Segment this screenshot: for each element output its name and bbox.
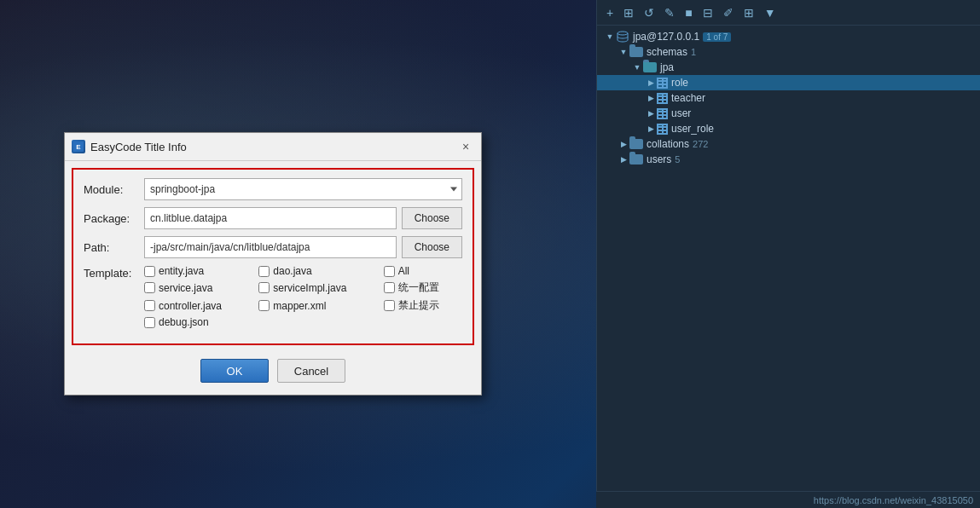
all-label: All	[398, 265, 409, 277]
mapper-label: mapper.xml	[273, 300, 326, 312]
template-row: Template: entity.java dao.java All	[84, 265, 462, 328]
tongyi-label: 统一配置	[398, 280, 439, 295]
dialog-overlay: E EasyCode Title Info × Module: springbo…	[0, 0, 980, 508]
template-grid: entity.java dao.java All service.java	[144, 265, 462, 328]
tongyi-checkbox[interactable]	[384, 282, 395, 293]
module-select[interactable]: springboot-jpa	[144, 178, 462, 200]
serviceimpl-label: serviceImpl.java	[273, 282, 346, 294]
dao-checkbox[interactable]	[258, 266, 270, 277]
mapper-checkbox[interactable]	[258, 300, 270, 311]
service-label: service.java	[159, 282, 212, 294]
entity-checkbox[interactable]	[144, 266, 155, 277]
template-label: Template:	[84, 265, 139, 280]
jingzhi-label: 禁止提示	[398, 298, 439, 313]
dialog-content: Module: springboot-jpa Package: Choose P…	[72, 168, 474, 345]
ok-button[interactable]: OK	[200, 359, 269, 383]
entity-checkbox-item[interactable]: entity.java	[144, 265, 245, 277]
package-row: Package: Choose	[84, 207, 462, 229]
mapper-checkbox-item[interactable]: mapper.xml	[258, 300, 369, 312]
all-checkbox-item[interactable]: All	[384, 265, 462, 277]
dialog-title: EasyCode Title Info	[90, 141, 452, 153]
dao-label: dao.java	[273, 265, 311, 277]
jingzhi-checkbox-item[interactable]: 禁止提示	[384, 298, 462, 313]
controller-label: controller.java	[159, 300, 222, 312]
serviceimpl-checkbox[interactable]	[258, 282, 270, 293]
svg-text:E: E	[76, 143, 81, 151]
service-checkbox-item[interactable]: service.java	[144, 282, 245, 294]
dialog-logo-icon: E	[72, 140, 85, 153]
serviceimpl-checkbox-item[interactable]: serviceImpl.java	[258, 282, 369, 294]
module-label: Module:	[84, 183, 139, 196]
package-choose-button[interactable]: Choose	[402, 207, 462, 229]
controller-checkbox-item[interactable]: controller.java	[144, 300, 245, 312]
debug-checkbox[interactable]	[144, 317, 155, 328]
path-choose-button[interactable]: Choose	[402, 236, 462, 258]
package-label: Package:	[84, 212, 139, 225]
service-checkbox[interactable]	[144, 282, 155, 293]
path-label: Path:	[84, 241, 139, 254]
all-checkbox[interactable]	[384, 266, 395, 277]
dialog-buttons: OK Cancel	[65, 352, 481, 395]
dao-checkbox-item[interactable]: dao.java	[258, 265, 369, 277]
dialog-titlebar: E EasyCode Title Info ×	[65, 133, 481, 161]
easycode-dialog: E EasyCode Title Info × Module: springbo…	[64, 132, 482, 395]
debug-checkbox-item[interactable]: debug.json	[144, 316, 245, 328]
tongyi-checkbox-item[interactable]: 统一配置	[384, 280, 462, 295]
path-row: Path: Choose	[84, 236, 462, 258]
jingzhi-checkbox[interactable]	[384, 300, 395, 311]
module-row: Module: springboot-jpa	[84, 178, 462, 200]
path-input[interactable]	[144, 236, 397, 258]
package-input[interactable]	[144, 207, 397, 229]
cancel-button[interactable]: Cancel	[277, 359, 345, 383]
close-button[interactable]: ×	[457, 138, 474, 155]
debug-label: debug.json	[159, 316, 209, 328]
module-select-wrapper: springboot-jpa	[144, 178, 462, 200]
controller-checkbox[interactable]	[144, 300, 155, 311]
entity-label: entity.java	[159, 265, 204, 277]
